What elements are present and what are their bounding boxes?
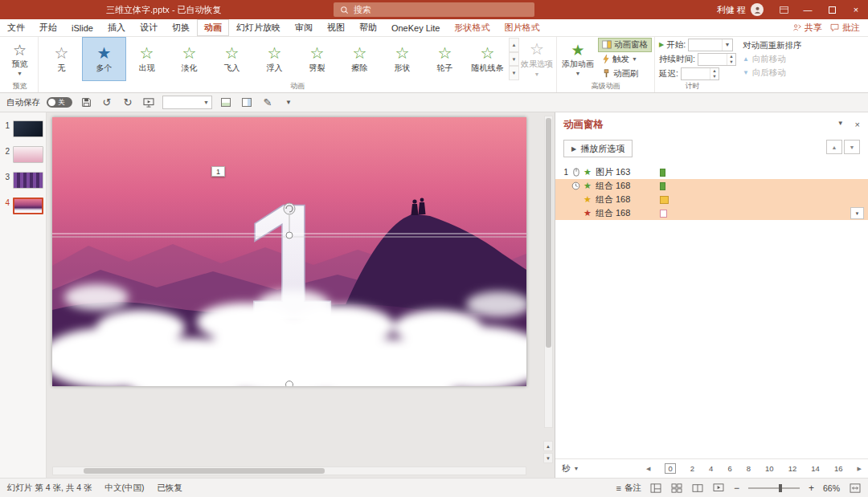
slide-thumbnail-3[interactable]: 3 xyxy=(0,172,46,189)
fit-to-window-button[interactable] xyxy=(849,483,861,493)
effect-options-button[interactable]: ☆ 效果选项 ▼ xyxy=(519,38,555,80)
slideshow-from-start-button[interactable] xyxy=(141,96,156,110)
slide-sorter-view-button[interactable] xyxy=(671,483,683,493)
animation-timing-bar[interactable] xyxy=(660,196,669,204)
zoom-in-button[interactable]: + xyxy=(809,483,814,493)
animation-item-4[interactable]: ★ 组合 168 ▼ xyxy=(555,206,868,220)
tab-view[interactable]: 视图 xyxy=(320,19,352,36)
format-painter-button[interactable]: ✎ xyxy=(260,96,275,110)
pane-options-icon[interactable]: ▼ xyxy=(837,120,844,129)
resize-handle-bottom[interactable] xyxy=(286,381,293,387)
animation-float-in[interactable]: ☆浮入 xyxy=(253,38,296,80)
slide-editor[interactable]: 1 xyxy=(52,117,526,386)
language-status[interactable]: 中文(中国) xyxy=(105,483,145,494)
delay-down-icon[interactable]: ▼ xyxy=(710,74,719,79)
tab-design[interactable]: 设计 xyxy=(133,19,165,36)
animation-item-1[interactable]: 1 ★ 图片 163 xyxy=(555,165,868,179)
animation-timing-bar[interactable] xyxy=(660,169,665,177)
maximize-button[interactable] xyxy=(820,0,844,19)
item-dropdown-button[interactable]: ▼ xyxy=(850,207,864,219)
align-icon-button[interactable] xyxy=(240,96,254,110)
previous-slide-button[interactable]: ▲ xyxy=(543,441,553,451)
search-input[interactable]: 搜索 xyxy=(334,2,534,17)
animation-none[interactable]: ☆无 xyxy=(40,38,83,80)
normal-view-button[interactable] xyxy=(650,483,662,493)
horizontal-scroll-thumb[interactable] xyxy=(84,468,325,474)
animation-shape[interactable]: ☆形状 xyxy=(381,38,424,80)
gallery-scroll-up[interactable]: ▲ xyxy=(509,38,519,52)
reading-view-button[interactable] xyxy=(692,483,704,493)
animation-timing-bar[interactable] xyxy=(660,210,667,218)
slide-count-status[interactable]: 幻灯片 第 4 张, 共 4 张 xyxy=(7,483,92,494)
animation-appear[interactable]: ☆出现 xyxy=(125,38,168,80)
rotate-handle[interactable] xyxy=(284,203,295,214)
tab-review[interactable]: 审阅 xyxy=(288,19,320,36)
duration-up-icon[interactable]: ▲ xyxy=(727,54,735,59)
delay-up-icon[interactable]: ▲ xyxy=(710,68,719,74)
animation-fly-in[interactable]: ☆飞入 xyxy=(211,38,253,80)
timeline-ruler[interactable]: ◀ 0 2 4 6 8 10 12 14 16 ▶ xyxy=(646,463,862,474)
tab-home[interactable]: 开始 xyxy=(32,19,64,36)
slide-thumbnail-2[interactable]: 2 xyxy=(0,146,46,163)
account-button[interactable]: 利健 程 xyxy=(709,0,772,19)
comments-button[interactable]: 批注 xyxy=(830,22,860,34)
zoom-out-button[interactable]: − xyxy=(734,483,739,493)
tab-picture-format[interactable]: 图片格式 xyxy=(497,19,547,36)
animation-wheel[interactable]: ☆轮子 xyxy=(424,38,466,80)
animation-item-3[interactable]: ★ 组合 168 xyxy=(555,193,868,206)
tab-shape-format[interactable]: 形状格式 xyxy=(447,19,497,36)
save-button[interactable] xyxy=(79,96,93,110)
move-earlier-button[interactable]: ▲ 向前移动 xyxy=(743,54,802,65)
reorder-down-button[interactable]: ▼ xyxy=(844,140,860,154)
animation-split[interactable]: ☆劈裂 xyxy=(296,38,338,80)
close-button[interactable]: × xyxy=(844,0,868,19)
duration-spinner[interactable]: ▲▼ xyxy=(698,53,736,66)
tab-animations[interactable]: 动画 xyxy=(197,19,229,36)
quick-combo-box[interactable]: ▼ xyxy=(162,96,212,109)
tab-help[interactable]: 帮助 xyxy=(352,19,384,36)
tab-file[interactable]: 文件 xyxy=(0,19,32,36)
vertical-scroll-thumb[interactable] xyxy=(546,118,551,348)
animation-item-2[interactable]: ★ 组合 168 xyxy=(555,179,868,193)
horizontal-scrollbar[interactable] xyxy=(52,466,526,475)
tab-insert[interactable]: 插入 xyxy=(100,19,133,36)
next-slide-button[interactable]: ▼ xyxy=(543,453,553,463)
qat-more-button[interactable]: ▼ xyxy=(281,96,296,110)
reorder-up-button[interactable]: ▲ xyxy=(826,140,842,154)
animation-wipe[interactable]: ☆擦除 xyxy=(338,38,381,80)
gallery-more-button[interactable]: ▼ xyxy=(509,66,519,80)
seconds-dropdown[interactable]: 秒 ▼ xyxy=(562,463,579,475)
slide-thumbnail-4[interactable]: 4 xyxy=(0,198,46,214)
share-button[interactable]: 共享 xyxy=(792,22,822,34)
tab-onekey-lite[interactable]: OneKey Lite xyxy=(384,19,448,36)
pane-close-icon[interactable]: × xyxy=(855,120,860,129)
animation-timing-bar[interactable] xyxy=(660,182,665,190)
trigger-button[interactable]: 触发 ▼ xyxy=(599,53,651,66)
zoom-slider[interactable] xyxy=(748,487,800,489)
duration-down-icon[interactable]: ▼ xyxy=(727,59,735,65)
zoom-slider-knob[interactable] xyxy=(779,484,782,492)
slideshow-view-button[interactable] xyxy=(713,483,725,493)
animation-random-bars[interactable]: ☆随机线条 xyxy=(466,38,509,80)
tab-slideshow[interactable]: 幻灯片放映 xyxy=(229,19,288,36)
play-selected-button[interactable]: ▶ 播放所选项 xyxy=(563,140,633,157)
slide-thumbnail-1[interactable]: 1 xyxy=(0,120,46,137)
minimize-button[interactable]: — xyxy=(796,0,820,19)
gallery-scroll-down[interactable]: ▼ xyxy=(509,52,519,67)
animation-order-badge[interactable]: 1 xyxy=(211,166,225,177)
autosave-toggle[interactable]: 关 xyxy=(47,97,72,108)
add-animation-button[interactable]: ★ 添加动画 ▼ xyxy=(559,38,597,80)
tab-islide[interactable]: iSlide xyxy=(64,19,100,36)
preview-button[interactable]: ☆ 预览 ▼ xyxy=(3,38,36,80)
move-later-button[interactable]: ▼ 向后移动 xyxy=(743,67,802,79)
delay-spinner[interactable]: ▲▼ xyxy=(681,67,719,80)
undo-button[interactable]: ↺ xyxy=(100,96,114,110)
animation-pane-button[interactable]: 动画窗格 xyxy=(599,39,651,51)
notes-button[interactable]: ≡ 备注 xyxy=(616,483,641,494)
vertical-scrollbar[interactable] xyxy=(544,116,553,428)
layout-icon-button[interactable] xyxy=(219,96,233,110)
timeline-right-icon[interactable]: ▶ xyxy=(858,466,862,472)
resize-handle-top[interactable] xyxy=(286,232,293,238)
ribbon-display-options-button[interactable] xyxy=(772,0,796,19)
start-select[interactable]: ▼ xyxy=(688,39,733,51)
